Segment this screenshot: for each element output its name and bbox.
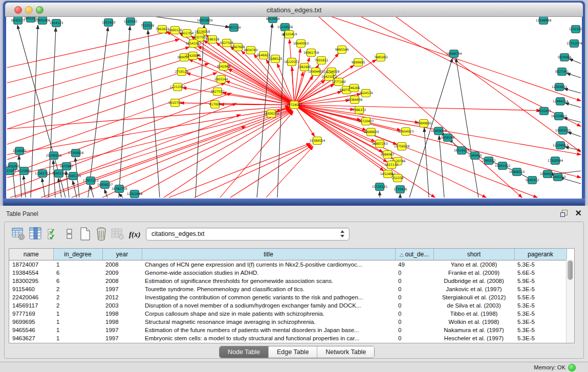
network-node-yellow[interactable]: 15720407 bbox=[358, 118, 374, 125]
network-node-teal[interactable]: 9958346 bbox=[441, 134, 455, 142]
window-title-bar[interactable]: citations_edges.txt bbox=[5, 3, 583, 17]
vertical-scrollbar[interactable] bbox=[566, 259, 574, 343]
network-node-yellow[interactable]: 1610755 bbox=[168, 99, 182, 107]
network-node-yellow[interactable]: 8186328 bbox=[206, 36, 220, 43]
network-node-yellow[interactable]: 746266 bbox=[349, 84, 360, 92]
tab-edge-table[interactable]: Edge Table bbox=[269, 346, 317, 358]
table-cell[interactable]: 5.3E-5 bbox=[514, 334, 567, 342]
table-row[interactable]: 1456911722003Disruption of a novel membe… bbox=[9, 301, 567, 310]
table-settings-icon[interactable] bbox=[11, 226, 26, 242]
column-header-pagerank[interactable]: pagerank bbox=[514, 249, 567, 260]
network-node-teal[interactable]: 16053809 bbox=[197, 17, 213, 25]
network-node-teal[interactable]: 8215953 bbox=[537, 107, 551, 115]
network-node-teal[interactable]: 1914123 bbox=[50, 19, 63, 27]
table-cell[interactable]: Franke et al. (2009) bbox=[433, 269, 514, 277]
table-cell[interactable]: 1 bbox=[53, 326, 102, 334]
table-cell[interactable]: Estimation of significance thresholds fo… bbox=[142, 277, 395, 285]
table-cell[interactable]: 5.3E-5 bbox=[514, 260, 567, 269]
scrollbar-thumb[interactable] bbox=[568, 260, 573, 280]
table-cell[interactable]: 1 bbox=[53, 310, 102, 318]
table-row[interactable]: 977716911998Corpus callosum shape and si… bbox=[9, 310, 567, 318]
network-node-teal[interactable]: 9975887 bbox=[60, 163, 74, 170]
network-node-teal[interactable]: 1733426 bbox=[394, 186, 407, 193]
table-cell[interactable]: 5.3E-5 bbox=[514, 318, 567, 326]
network-node-yellow[interactable]: 18640910 bbox=[293, 40, 309, 48]
table-cell[interactable]: 5.6E-5 bbox=[514, 269, 567, 277]
column-header-year[interactable]: year bbox=[102, 249, 142, 260]
table-cell[interactable]: 9463627 bbox=[9, 334, 53, 342]
table-cell[interactable]: 0 bbox=[395, 334, 433, 342]
network-node-yellow[interactable]: 9465546 bbox=[335, 46, 349, 54]
network-node-teal[interactable]: 1221593 bbox=[569, 26, 582, 33]
network-node-yellow[interactable]: 7386372 bbox=[353, 106, 366, 114]
table-cell[interactable]: 5.3E-5 bbox=[514, 285, 567, 293]
table-cell[interactable]: Investigating the contribution of common… bbox=[142, 293, 395, 301]
table-cell[interactable]: 1 bbox=[53, 318, 102, 326]
table-cell[interactable]: 18300295 bbox=[9, 277, 53, 285]
delete-column-icon[interactable] bbox=[94, 226, 109, 242]
network-node-teal[interactable]: 7357224 bbox=[227, 24, 241, 32]
network-node-yellow[interactable]: 417006 bbox=[209, 101, 221, 108]
table-cell[interactable]: 1998 bbox=[102, 310, 142, 318]
table-cell[interactable]: 2003 bbox=[102, 301, 142, 310]
table-cell[interactable]: Nakamura et al. (1997) bbox=[433, 326, 514, 334]
table-cell[interactable]: 14569117 bbox=[9, 301, 53, 310]
table-cell[interactable]: 0 bbox=[395, 310, 433, 318]
network-node-yellow[interactable]: 9699695 bbox=[352, 59, 365, 67]
column-header-out_de[interactable]: △out_de... bbox=[395, 249, 433, 260]
network-node-teal[interactable]: 12104063 bbox=[553, 142, 569, 149]
table-cell[interactable]: 1997 bbox=[102, 326, 142, 334]
float-panel-icon[interactable] bbox=[560, 210, 568, 217]
network-node-yellow[interactable]: 1588520 bbox=[269, 55, 282, 63]
table-cell[interactable]: Stergiakouli et al. (2012) bbox=[433, 293, 514, 301]
network-node-teal[interactable]: 7515526 bbox=[141, 22, 155, 30]
column-header-short[interactable]: short bbox=[433, 249, 514, 260]
table-cell[interactable]: 2 bbox=[53, 301, 102, 310]
table-cell[interactable]: Hescheler et al. (1997) bbox=[433, 334, 514, 342]
network-node-yellow[interactable]: 18325419 bbox=[281, 31, 297, 38]
network-node-teal[interactable]: 9329966 bbox=[558, 54, 572, 61]
network-node-yellow[interactable]: 10688609 bbox=[363, 128, 379, 136]
table-cell[interactable]: 1997 bbox=[102, 285, 142, 293]
network-node-teal[interactable]: 12505135 bbox=[66, 172, 81, 180]
table-cell[interactable]: Wolkin et al. (1998) bbox=[433, 318, 514, 326]
network-node-teal[interactable]: 12342757 bbox=[35, 170, 51, 178]
network-node-yellow[interactable]: 12213363 bbox=[170, 83, 186, 91]
network-node-yellow[interactable]: 1615132 bbox=[385, 161, 399, 169]
column-header-in_degree[interactable]: in_degree bbox=[53, 249, 102, 260]
table-cell[interactable]: 0 bbox=[395, 269, 433, 277]
table-row[interactable]: 911546021997Tourette syndrome. Phenomeno… bbox=[9, 285, 567, 293]
network-node-yellow[interactable]: 16543382 bbox=[186, 40, 202, 48]
table-cell[interactable]: 18724007 bbox=[9, 260, 53, 269]
network-node-teal[interactable]: 9035573 bbox=[11, 17, 25, 25]
table-cell[interactable]: 0 bbox=[395, 326, 433, 334]
network-node-teal[interactable]: 1651420 bbox=[102, 19, 116, 27]
network-node-yellow[interactable]: 2718126 bbox=[175, 68, 189, 76]
network-node-yellow[interactable]: 8427552 bbox=[211, 88, 225, 96]
table-row[interactable]: 946362711997Embryonic stem cells: a mode… bbox=[9, 334, 567, 342]
network-node-teal[interactable]: 12923448 bbox=[127, 190, 143, 198]
network-node-teal[interactable]: 12444154 bbox=[553, 98, 569, 105]
table-cell[interactable]: 22420046 bbox=[9, 293, 53, 301]
tab-network-table[interactable]: Network Table bbox=[317, 346, 374, 358]
rows-icon[interactable] bbox=[62, 226, 77, 242]
table-cell[interactable]: 5.3E-5 bbox=[514, 326, 567, 334]
network-node-teal[interactable]: 3915941 bbox=[6, 167, 16, 175]
network-node-yellow[interactable]: 252254 bbox=[392, 174, 404, 182]
table-cell[interactable]: 2 bbox=[53, 293, 102, 301]
tab-node-table[interactable]: Node Table bbox=[220, 346, 269, 358]
table-cell[interactable]: 0 bbox=[395, 301, 433, 310]
network-node-teal[interactable]: 16782759 bbox=[112, 185, 127, 193]
network-view-canvas[interactable]: 9035573205532520691406191412316514201183… bbox=[6, 17, 582, 199]
table-cell[interactable]: 0 bbox=[395, 277, 433, 285]
network-node-teal[interactable]: 12093832 bbox=[552, 83, 568, 91]
network-node-teal[interactable]: 15751074 bbox=[567, 40, 582, 48]
table-row[interactable]: 1830029562008Estimation of significance … bbox=[9, 277, 567, 285]
network-node-teal[interactable]: 1049450 bbox=[468, 152, 482, 160]
table-cell[interactable]: 19384554 bbox=[9, 269, 53, 277]
table-row[interactable]: 1872400712008Changes of HCN gene express… bbox=[9, 260, 567, 269]
network-node-teal[interactable]: 15693231 bbox=[555, 127, 571, 135]
network-node-yellow[interactable]: 19384554 bbox=[310, 137, 325, 145]
network-node-yellow[interactable]: 3624574 bbox=[359, 90, 373, 97]
network-node-yellow[interactable]: 7955812 bbox=[315, 57, 329, 64]
